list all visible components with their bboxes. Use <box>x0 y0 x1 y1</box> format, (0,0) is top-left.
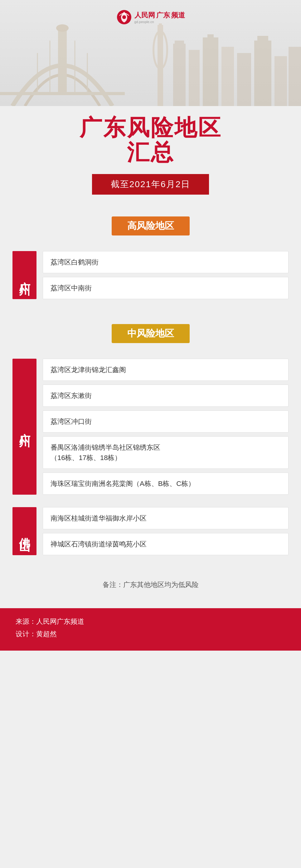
guangzhou-mid-label: 广州 <box>12 359 36 495</box>
mid-risk-foshan-block: 佛山 南海区桂城街道华福御水岸小区 禅城区石湾镇街道绿茵鸣苑小区 <box>12 507 289 555</box>
svg-rect-13 <box>189 50 200 106</box>
logo-text-group: 人民网 广东 频道 gd.people.cn <box>134 10 185 24</box>
list-item: 荔湾区中南街 <box>43 277 289 299</box>
footer: 来源：人民网广东频道 设计：黄超然 <box>0 608 301 651</box>
main-title-line2: 汇总 <box>6 140 295 165</box>
footer-designer: 设计：黄超然 <box>16 629 285 639</box>
svg-rect-12 <box>175 40 184 47</box>
date-banner: 截至2021年6月2日 <box>92 174 209 195</box>
main-title-line1: 广东风险地区 <box>6 115 295 140</box>
skyline-illustration <box>145 19 301 106</box>
svg-rect-21 <box>289 47 301 106</box>
svg-rect-6 <box>58 28 67 94</box>
mid-risk-guangzhou-block: 广州 荔湾区龙津街锦龙汇鑫阁 荔湾区东漱街 荔湾区冲口街 番禺区洛浦街锦绣半岛社… <box>12 359 289 495</box>
svg-rect-14 <box>203 37 218 106</box>
footer-source: 来源：人民网广东频道 <box>16 617 285 626</box>
svg-rect-17 <box>237 53 251 106</box>
svg-point-7 <box>56 24 69 32</box>
logo-region-text: 广东 <box>156 10 170 20</box>
list-item: 荔湾区白鹤洞街 <box>43 251 289 273</box>
hero-section: 人民网 广东 频道 gd.people.cn <box>0 0 301 106</box>
list-item: 荔湾区龙津街锦龙汇鑫阁 <box>43 359 289 381</box>
high-risk-header: 高风险地区 <box>12 216 289 245</box>
title-section: 广东风险地区 汇总 截至2021年6月2日 <box>0 106 301 210</box>
mid-risk-header: 中风险地区 <box>12 324 289 352</box>
high-risk-section: 高风险地区 广州 荔湾区白鹤洞街 荔湾区中南街 <box>0 210 301 318</box>
mid-risk-badge: 中风险地区 <box>112 324 190 343</box>
svg-rect-18 <box>254 40 271 106</box>
peoples-daily-icon <box>116 9 132 25</box>
svg-point-23 <box>122 15 126 19</box>
bridge-illustration <box>0 19 125 106</box>
list-item: 海珠区瑞宝街南洲名苑棠阁（A栋、B栋、C栋） <box>43 472 289 495</box>
svg-rect-20 <box>274 56 287 106</box>
note-section: 备注：广东其他地区均为低风险 <box>0 574 301 596</box>
note-text: 备注：广东其他地区均为低风险 <box>102 581 199 589</box>
logo-area: 人民网 广东 频道 gd.people.cn <box>116 9 185 25</box>
high-risk-guangzhou-block: 广州 荔湾区白鹤洞街 荔湾区中南街 <box>12 251 289 299</box>
svg-rect-15 <box>207 34 214 40</box>
mid-risk-section: 中风险地区 广州 荔湾区龙津街锦龙汇鑫阁 荔湾区东漱街 荔湾区冲口街 番禺区洛浦… <box>0 318 301 574</box>
guangzhou-high-items: 荔湾区白鹤洞街 荔湾区中南街 <box>43 251 289 299</box>
svg-rect-19 <box>257 36 268 44</box>
high-risk-badge: 高风险地区 <box>112 216 190 236</box>
logo-url-text: gd.people.cn <box>134 20 185 24</box>
page-wrapper: 人民网 广东 频道 gd.people.cn 广东风险地区 汇总 截至2021年… <box>0 0 301 868</box>
logo-channel-text: 频道 <box>171 10 185 20</box>
svg-rect-11 <box>173 44 186 106</box>
foshan-mid-items: 南海区桂城街道华福御水岸小区 禅城区石湾镇街道绿茵鸣苑小区 <box>43 507 289 555</box>
foshan-mid-label: 佛山 <box>12 507 36 555</box>
list-item: 荔湾区东漱街 <box>43 384 289 407</box>
list-item: 禅城区石湾镇街道绿茵鸣苑小区 <box>43 533 289 555</box>
guangzhou-mid-items: 荔湾区龙津街锦龙汇鑫阁 荔湾区东漱街 荔湾区冲口街 番禺区洛浦街锦绣半岛社区锦绣… <box>43 359 289 495</box>
logo-main-text: 人民网 <box>134 10 155 20</box>
logo-badge: 人民网 广东 频道 gd.people.cn <box>116 9 185 25</box>
main-title: 广东风险地区 汇总 <box>6 115 295 165</box>
list-item: 荔湾区冲口街 <box>43 410 289 433</box>
list-item: 番禺区洛浦街锦绣半岛社区锦绣东区 （16栋、17栋、18栋） <box>43 436 289 469</box>
svg-rect-8 <box>157 25 163 106</box>
list-item: 南海区桂城街道华福御水岸小区 <box>43 507 289 529</box>
guangzhou-high-label: 广州 <box>12 251 36 299</box>
svg-rect-16 <box>221 47 234 106</box>
